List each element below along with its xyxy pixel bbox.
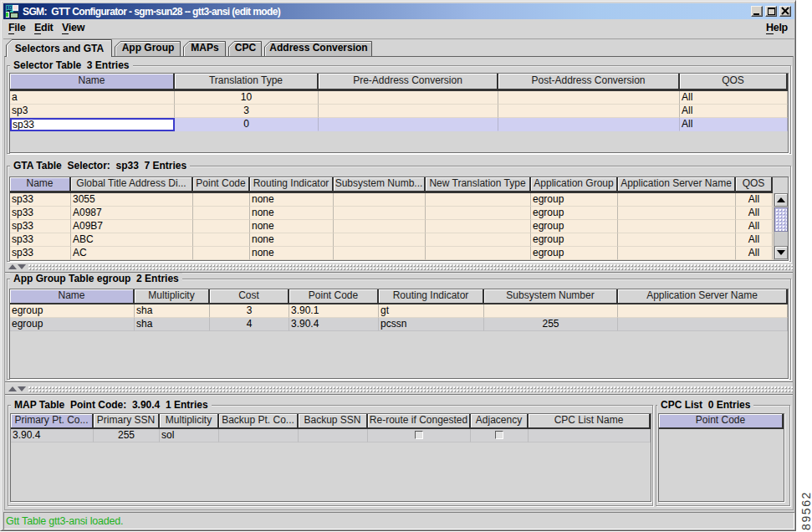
- svg-text:App Group: App Group: [122, 42, 175, 54]
- svg-text:MAPs: MAPs: [191, 42, 219, 54]
- svg-text:Selectors and GTA: Selectors and GTA: [15, 43, 105, 54]
- svg-text:CPC: CPC: [235, 42, 257, 54]
- svg-text:Address Conversion: Address Conversion: [269, 42, 367, 54]
